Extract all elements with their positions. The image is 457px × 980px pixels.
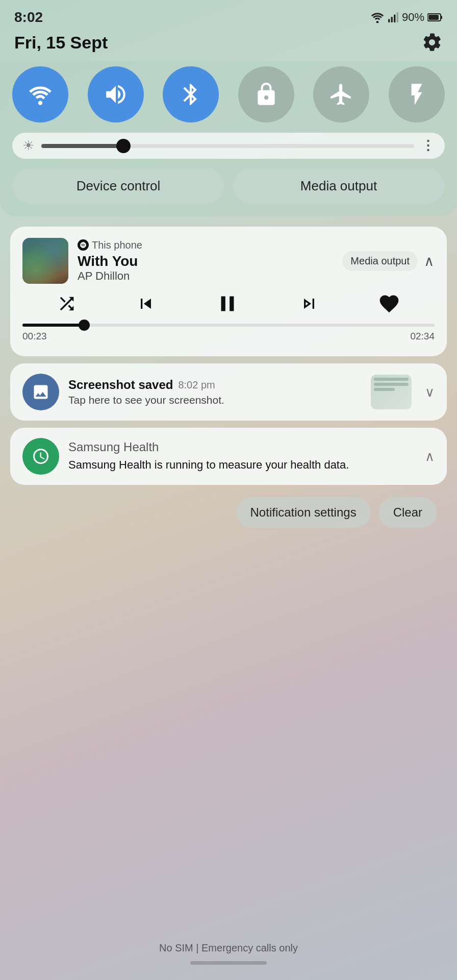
airplane-toggle[interactable] (313, 66, 369, 122)
status-icons: 90% (370, 11, 443, 24)
media-output-button[interactable]: Media output (233, 168, 445, 204)
samsung-health-icon-circle (22, 438, 59, 475)
next-button[interactable] (299, 293, 319, 314)
date-text: Fri, 15 Sept (14, 33, 108, 53)
samsung-health-content: Samsung Health Samsung Health is running… (68, 440, 416, 473)
svg-rect-2 (391, 17, 393, 22)
svg-rect-4 (397, 12, 398, 22)
screenshot-notification[interactable]: Screenshot saved 8:02 pm Tap here to see… (10, 363, 447, 421)
progress-container[interactable]: 00:23 02:34 (22, 324, 435, 342)
samsung-health-expand-icon[interactable]: ∧ (425, 449, 435, 464)
screenshot-icon-circle (22, 374, 59, 410)
status-bar: 8:02 90% (0, 0, 457, 30)
brightness-fill (41, 144, 123, 148)
svg-point-8 (38, 101, 42, 105)
album-art (22, 238, 68, 284)
date-row: Fri, 15 Sept (0, 30, 457, 61)
thumb-line-1 (374, 378, 409, 381)
media-info: This phone With You AP Dhillon (78, 239, 142, 283)
battery-icon (427, 13, 443, 22)
progress-thumb (79, 320, 90, 331)
brightness-more-icon[interactable]: ⋮ (421, 138, 435, 154)
media-app-row: This phone (78, 239, 142, 251)
battery-text: 90% (402, 11, 424, 24)
toggle-row (12, 66, 445, 122)
screenshot-title: Screenshot saved (68, 378, 173, 392)
sound-toggle[interactable] (88, 66, 144, 122)
media-left: This phone With You AP Dhillon (22, 238, 142, 284)
media-collapse-icon[interactable]: ∧ (424, 253, 435, 270)
svg-rect-7 (441, 16, 442, 19)
footer: No SIM | Emergency calls only (0, 942, 457, 965)
media-controls (22, 291, 435, 316)
bottom-actions: Notification settings Clear (10, 492, 447, 538)
brightness-track[interactable] (41, 144, 414, 148)
svg-rect-3 (394, 15, 395, 22)
time-row: 00:23 02:34 (22, 331, 435, 342)
brightness-thumb (116, 139, 131, 153)
media-artist: AP Dhillon (78, 270, 142, 283)
notification-settings-button[interactable]: Notification settings (236, 497, 371, 528)
quick-settings-panel: ☀ ⋮ Device control Media output (0, 61, 457, 216)
screenshot-time: 8:02 pm (178, 379, 215, 391)
settings-icon[interactable] (421, 32, 443, 53)
screenshot-content: Screenshot saved 8:02 pm Tap here to see… (68, 378, 362, 406)
media-top-right: Media output ∧ (342, 251, 435, 271)
screenshot-thumb-visual (371, 375, 412, 409)
media-header: This phone With You AP Dhillon Media out… (22, 238, 435, 284)
notifications-area: This phone With You AP Dhillon Media out… (0, 216, 457, 543)
svg-rect-6 (428, 15, 439, 20)
device-control-button[interactable]: Device control (12, 168, 224, 204)
screenshot-title-row: Screenshot saved 8:02 pm (68, 378, 362, 392)
spotify-icon (78, 239, 89, 251)
wifi-status-icon (370, 12, 385, 23)
svg-rect-1 (388, 19, 390, 22)
thumb-line-3 (374, 388, 395, 391)
samsung-health-header: Samsung Health Samsung Health is running… (22, 438, 435, 475)
signal-icon (388, 12, 399, 23)
clear-button[interactable]: Clear (379, 497, 437, 528)
media-title: With You (78, 253, 142, 270)
wifi-toggle[interactable] (12, 66, 68, 122)
thumb-line-2 (374, 383, 409, 386)
media-player-card: This phone With You AP Dhillon Media out… (10, 227, 447, 356)
samsung-health-title: Samsung Health (68, 440, 416, 454)
shuffle-button[interactable] (57, 293, 77, 314)
bluetooth-toggle[interactable] (163, 66, 219, 122)
status-time: 8:02 (14, 9, 43, 26)
flashlight-toggle[interactable] (389, 66, 445, 122)
pause-button[interactable] (215, 291, 240, 316)
progress-track (22, 324, 435, 327)
samsung-health-body: Samsung Health is running to measure you… (68, 457, 416, 473)
media-output-pill[interactable]: Media output (342, 251, 418, 271)
no-sim-text: No SIM | Emergency calls only (159, 942, 298, 953)
total-time: 02:34 (410, 331, 435, 342)
album-art-visual (22, 238, 68, 284)
screen-lock-toggle[interactable] (238, 66, 294, 122)
brightness-row: ☀ ⋮ (12, 133, 445, 159)
control-row: Device control Media output (12, 168, 445, 204)
screenshot-expand-icon[interactable]: ∨ (425, 384, 435, 400)
svg-point-0 (376, 21, 379, 23)
current-time: 00:23 (22, 331, 47, 342)
previous-button[interactable] (136, 293, 156, 314)
screenshot-body: Tap here to see your screenshot. (68, 394, 362, 406)
brightness-icon: ☀ (22, 138, 34, 154)
home-indicator[interactable] (190, 961, 267, 965)
progress-fill (22, 324, 84, 327)
screenshot-thumbnail (371, 375, 412, 409)
media-app-name: This phone (92, 239, 142, 251)
like-button[interactable] (378, 292, 400, 315)
samsung-health-notification[interactable]: Samsung Health Samsung Health is running… (10, 428, 447, 485)
